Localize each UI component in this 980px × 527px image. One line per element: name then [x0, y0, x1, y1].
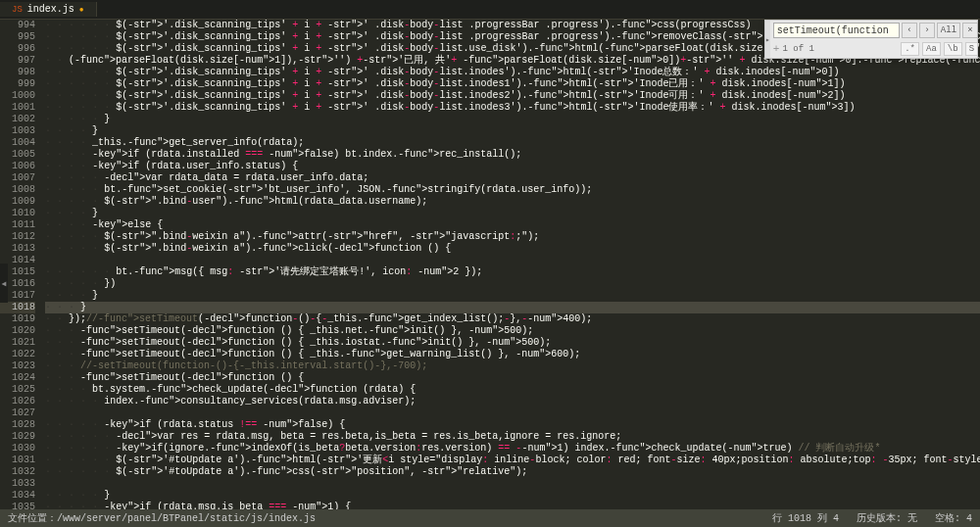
code-line[interactable]	[45, 478, 980, 490]
code-line[interactable]	[45, 255, 980, 266]
code-line[interactable]: · · · · -key">else {	[45, 219, 980, 231]
code-line[interactable]: · · · · · · $(-str">'.disk_scanning_tips…	[45, 90, 980, 102]
code-line[interactable]: · · · -func">setTimeout(-decl">function …	[45, 349, 980, 360]
code-line[interactable]: · · · -func">setTimeout(-decl">function …	[45, 325, 980, 337]
code-line[interactable]: · · · · }	[45, 208, 980, 219]
js-file-icon: JS	[12, 5, 23, 15]
code-line[interactable]: · · · · -key">if (rdata.installed === -n…	[45, 149, 980, 161]
code-line[interactable]: · · · · · -decl">var rdata_data = rdata.…	[45, 172, 980, 184]
code-line[interactable]: · · · · · · $(-str">'.disk_scanning_tips…	[45, 67, 980, 78]
code-line[interactable]	[45, 407, 980, 419]
code-line[interactable]: · · · · · bt.-func">set_cookie(-str">'bt…	[45, 184, 980, 196]
code-line[interactable]: · · · · · }	[45, 490, 980, 502]
code-line[interactable]: · · · · bt.system.-func">check_update(-d…	[45, 384, 980, 396]
code-line[interactable]: · · · · · }	[45, 114, 980, 125]
code-line[interactable]: · · · · · · bt.-func">msg({ msg: -str">'…	[45, 266, 980, 278]
find-case-toggle[interactable]: Aa	[922, 42, 941, 56]
find-add-selection[interactable]: +	[773, 43, 780, 55]
find-s-toggle[interactable]: S	[965, 42, 978, 56]
tab-active[interactable]: JS index.js ●	[0, 2, 97, 17]
code-line[interactable]: · · · · }	[45, 125, 980, 137]
status-path-value: /www/server/panel/BTPanel/static/js/inde…	[57, 513, 316, 524]
code-line[interactable]: · · · //-setTimeout(function-()-{-_this.…	[45, 360, 980, 372]
code-line[interactable]: · · · · · index.-func">consultancy_servi…	[45, 396, 980, 407]
code-line[interactable]: · · · -func">setTimeout(-decl">function …	[45, 337, 980, 349]
find-word-toggle[interactable]: \b	[944, 42, 962, 56]
code-line[interactable]: · · · · · · $(-str">'.disk_scanning_tips…	[45, 102, 980, 114]
find-prev-button[interactable]: ‹	[902, 23, 917, 38]
code-line[interactable]: · · · · · · $(-str">'#toUpdate a').-func…	[45, 466, 980, 478]
code-line[interactable]: · · · · · · -decl">var res = rdata.msg, …	[45, 431, 980, 443]
status-indent[interactable]: 空格: 4	[935, 511, 972, 525]
code-line[interactable]: · · · · · $(-str">".bind-weixin a").-fun…	[45, 243, 980, 255]
code-line[interactable]: · · });//-func">setTimeout(-decl">functi…	[45, 313, 980, 325]
modified-indicator: ●	[79, 5, 84, 14]
code-area[interactable]: · · · · · · $(-str">'.disk_scanning_tips…	[41, 20, 980, 509]
code-line[interactable]: · · · · · -key">if (rdata.msg.is_beta ==…	[45, 502, 980, 509]
editor[interactable]: 9949959969979989991000100110021003100410…	[0, 20, 980, 509]
code-line[interactable]: · · · -func">setTimeout(-decl">function …	[45, 372, 980, 384]
status-path-label: 文件位置：	[8, 513, 57, 524]
code-line[interactable]: · · · · · $(-str">".bind-weixin a").-fun…	[45, 231, 980, 243]
status-bar: 文件位置：/www/server/panel/BTPanel/static/js…	[0, 509, 980, 527]
find-close-button[interactable]: ×	[962, 23, 978, 38]
code-line[interactable]: · · · · · -key">if (rdata.status !== -nu…	[45, 419, 980, 431]
tab-bar: JS index.js ●	[0, 0, 980, 20]
find-count: 1 of 1	[782, 44, 813, 54]
find-next-button[interactable]: ›	[919, 23, 935, 38]
code-line[interactable]: · · · · · · -key">if(ignore.-func">index…	[45, 443, 980, 455]
find-widget: ▸ ‹ › All × + 1 of 1 .* Aa \b S	[764, 20, 978, 59]
code-line[interactable]: · · · · -key">if (rdata.user_info.status…	[45, 161, 980, 172]
code-line[interactable]: · · · · · · $(-str">'.disk_scanning_tips…	[45, 78, 980, 90]
find-regex-toggle[interactable]: .*	[901, 42, 919, 56]
code-line[interactable]: · · · · }	[45, 290, 980, 302]
find-all-button[interactable]: All	[937, 23, 960, 38]
find-input[interactable]	[773, 23, 900, 38]
code-line[interactable]: · · · }	[45, 302, 980, 313]
code-line[interactable]: · · · · · })	[45, 278, 980, 290]
code-line[interactable]: · · · · · $(-str">".bind-user").-func">h…	[45, 196, 980, 208]
status-history[interactable]: 历史版本: 无	[857, 511, 917, 525]
status-line-col[interactable]: 行 1018 列 4	[772, 511, 839, 525]
code-line[interactable]: · · · · · · $(-str">'#toUpdate a').-func…	[45, 455, 980, 466]
panel-expand-handle[interactable]: ◀	[0, 264, 8, 303]
tab-filename: index.js	[27, 4, 74, 15]
code-line[interactable]: · · · · _this.-func">get_server_info(rda…	[45, 137, 980, 149]
